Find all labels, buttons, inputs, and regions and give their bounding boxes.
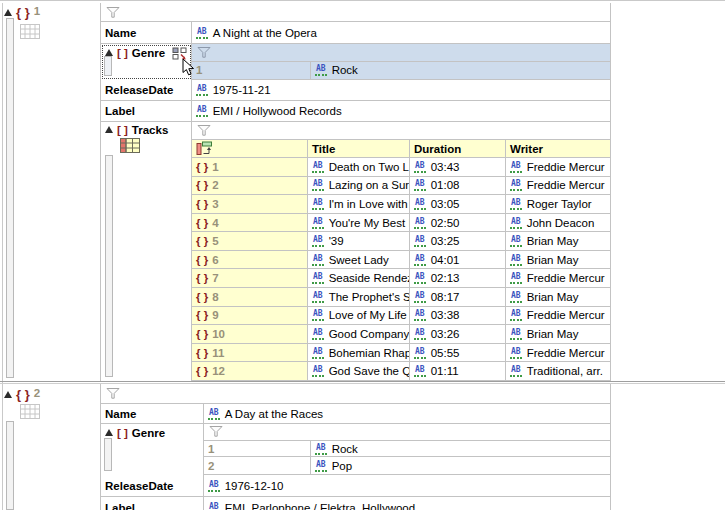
cell-title[interactable]: ABGod Save the Q [308, 362, 410, 381]
row-index-cell[interactable]: { }1 [192, 158, 308, 177]
collapse-bar-genre[interactable] [104, 438, 112, 471]
row-index-cell[interactable]: { }9 [192, 307, 308, 326]
row-index-cell[interactable]: { }5 [192, 232, 308, 251]
cell-title[interactable]: ABLazing on a Sur [308, 177, 410, 196]
genre-key-label: Genre [132, 47, 165, 59]
cell-duration[interactable]: AB01:11 [410, 362, 506, 381]
cell-writer[interactable]: ABFreddie Mercur [506, 158, 610, 177]
cell-title[interactable]: ABDeath on Two L [308, 158, 410, 177]
transpose-table-icon[interactable] [196, 141, 213, 156]
field-value-releasedate[interactable]: AB 1976-12-10 [204, 475, 610, 497]
field-value-name[interactable]: AB A Night at the Opera [192, 22, 610, 44]
field-key-name[interactable]: Name [101, 404, 204, 424]
row-index-cell[interactable]: { }2 [192, 177, 308, 196]
column-header-title[interactable]: Title [308, 140, 410, 158]
string-type-icon: AB [196, 105, 208, 117]
string-type-icon: AB [208, 480, 220, 492]
field-key-releasedate[interactable]: ReleaseDate [101, 475, 204, 497]
row-index-cell[interactable]: 2 [204, 457, 311, 474]
field-value-releasedate[interactable]: AB 1975-11-21 [192, 80, 610, 101]
cell-duration[interactable]: AB02:50 [410, 214, 506, 233]
collapse-bar-object-2[interactable] [6, 421, 14, 510]
field-key-releasedate[interactable]: ReleaseDate [101, 80, 192, 101]
funnel-icon[interactable] [106, 388, 120, 399]
cell-title[interactable]: ABSeaside Rendez [308, 269, 410, 288]
collapse-toggle-genre[interactable] [105, 49, 113, 56]
field-value-name[interactable]: AB A Day at the Races [204, 404, 610, 424]
collapse-bar-genre[interactable] [104, 56, 112, 76]
row-index-cell[interactable]: { }6 [192, 251, 308, 270]
cell-writer[interactable]: ABRoger Taylor [506, 195, 610, 214]
cell-writer[interactable]: ABBrian May [506, 288, 610, 307]
field-row-tracks: [ ] Tracks Title [101, 122, 610, 381]
collapse-bar-tracks[interactable] [105, 155, 113, 377]
row-index-cell[interactable]: { }4 [192, 214, 308, 233]
cell-duration[interactable]: AB08:17 [410, 288, 506, 307]
collapse-toggle-tracks[interactable] [105, 126, 113, 133]
cell-writer[interactable]: ABTraditional, arr. [506, 362, 610, 381]
row-index-cell[interactable]: { }12 [192, 362, 308, 381]
field-value-label[interactable]: AB EMI / Hollywood Records [192, 101, 610, 122]
cell-title[interactable]: ABGood Company [308, 325, 410, 344]
cell-writer[interactable]: ABFreddie Mercur [506, 344, 610, 363]
genre-value-cell[interactable]: AB Rock [311, 62, 610, 79]
cell-title[interactable]: ABBohemian Rhap [308, 344, 410, 363]
funnel-icon[interactable] [106, 7, 120, 18]
row-index-cell[interactable]: { }10 [192, 325, 308, 344]
row-index-cell[interactable]: 1 [192, 62, 311, 79]
row-index-cell[interactable]: { }8 [192, 288, 308, 307]
table-display-icon[interactable] [120, 138, 140, 153]
column-header-duration[interactable]: Duration [410, 140, 506, 158]
cell-title[interactable]: ABI'm in Love with [308, 195, 410, 214]
cell-title[interactable]: ABYou're My Best F [308, 214, 410, 233]
cell-duration[interactable]: AB03:25 [410, 232, 506, 251]
row-index-cell[interactable]: { }11 [192, 344, 308, 363]
cell-writer[interactable]: ABFreddie Mercur [506, 177, 610, 196]
cell-title[interactable]: ABLove of My Life [308, 307, 410, 326]
field-key-name[interactable]: Name [101, 22, 192, 44]
cell-writer[interactable]: ABJohn Deacon [506, 214, 610, 233]
label-value: EMI / Hollywood Records [213, 105, 342, 117]
funnel-icon[interactable] [197, 125, 211, 136]
table-view-icon[interactable] [20, 404, 40, 419]
field-key-label[interactable]: Label [101, 101, 192, 122]
cell-duration[interactable]: AB05:55 [410, 344, 506, 363]
cell-writer[interactable]: ABBrian May [506, 325, 610, 344]
collapse-bar-object-1[interactable] [6, 18, 14, 378]
field-value-label[interactable]: AB EMI, Parlophone / Elektra, Hollywood [204, 497, 610, 510]
field-key-label[interactable]: Label [101, 497, 204, 510]
funnel-icon[interactable] [197, 47, 211, 58]
cell-writer[interactable]: ABBrian May [506, 251, 610, 270]
cell-writer[interactable]: ABFreddie Mercur [506, 307, 610, 326]
row-index-cell[interactable]: 1 [204, 441, 311, 458]
table-corner-cell[interactable] [192, 140, 308, 158]
cell-writer[interactable]: ABFreddie Mercur [506, 269, 610, 288]
label-value: EMI, Parlophone / Elektra, Hollywood [225, 502, 415, 510]
table-view-icon[interactable] [20, 24, 40, 39]
field-key-genre[interactable]: [ ] Genre [101, 424, 204, 475]
collapse-toggle-genre[interactable] [105, 429, 113, 436]
column-header-writer[interactable]: Writer [506, 140, 610, 158]
cell-title[interactable]: ABThe Prophet's S [308, 288, 410, 307]
funnel-icon[interactable] [209, 426, 223, 437]
cell-title[interactable]: ABSweet Lady [308, 251, 410, 270]
cell-duration[interactable]: AB03:38 [410, 307, 506, 326]
genre-value-cell[interactable]: AB Rock [311, 441, 610, 458]
collapse-toggle-object-1[interactable] [4, 9, 12, 16]
field-key-tracks[interactable]: [ ] Tracks [101, 122, 192, 381]
cell-title[interactable]: AB'39 [308, 232, 410, 251]
cell-duration[interactable]: AB03:26 [410, 325, 506, 344]
json-grid-view: { } 1 Name AB A Night at the Opera [ ] [0, 0, 725, 510]
cell-duration[interactable]: AB03:43 [410, 158, 506, 177]
object-icon: { } [16, 5, 30, 20]
cell-duration[interactable]: AB04:01 [410, 251, 506, 270]
field-key-genre[interactable]: [ ] Genre [101, 44, 192, 80]
genre-value-cell[interactable]: AB Pop [311, 457, 610, 474]
collapse-toggle-object-2[interactable] [4, 391, 12, 398]
cell-writer[interactable]: ABBrian May [506, 232, 610, 251]
cell-duration[interactable]: AB01:08 [410, 177, 506, 196]
row-index-cell[interactable]: { }3 [192, 195, 308, 214]
cell-duration[interactable]: AB02:13 [410, 269, 506, 288]
cell-duration[interactable]: AB03:05 [410, 195, 506, 214]
row-index-cell[interactable]: { }7 [192, 269, 308, 288]
